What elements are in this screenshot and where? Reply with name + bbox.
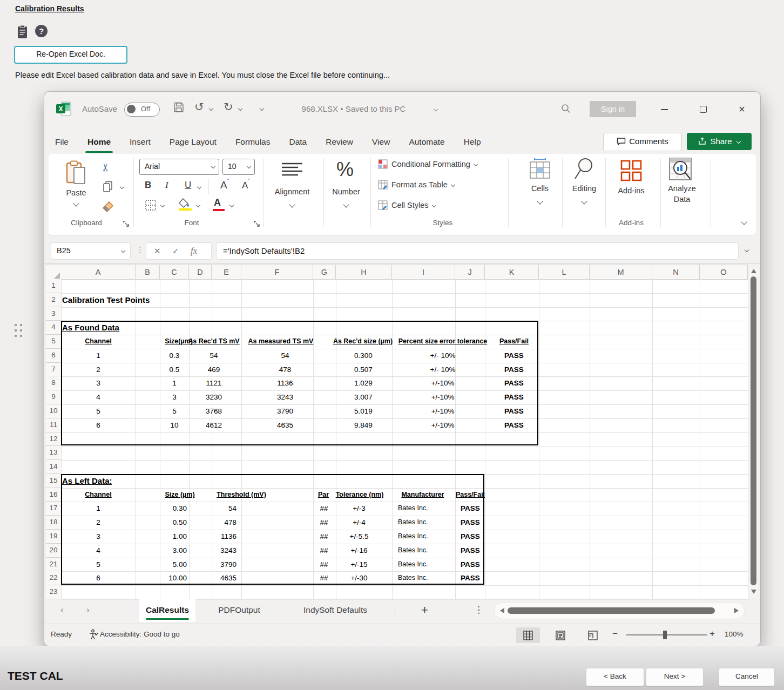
sheet-tab-indysoft-defaults[interactable]: IndySoft Defaults bbox=[284, 599, 387, 622]
cancel-entry-icon[interactable]: ✕ bbox=[154, 246, 161, 256]
zoom-level[interactable]: 100% bbox=[725, 630, 744, 638]
alignment-dropdown-icon[interactable] bbox=[289, 201, 295, 207]
vertical-scrollbar[interactable] bbox=[749, 266, 758, 598]
cells-label[interactable]: Cells bbox=[524, 184, 556, 193]
formula-bar-splitter-icon[interactable]: ⋮ bbox=[136, 245, 144, 255]
row-header-2[interactable]: 2 bbox=[46, 293, 62, 307]
scroll-up-icon[interactable] bbox=[751, 269, 756, 273]
fill-color-dropdown-icon[interactable] bbox=[196, 203, 200, 207]
col-header-K[interactable]: K bbox=[485, 265, 539, 280]
editing-label[interactable]: Editing bbox=[565, 184, 604, 193]
row-header-23[interactable]: 23 bbox=[46, 585, 62, 599]
document-title[interactable]: 968.XLSX • Saved to this PC bbox=[276, 104, 431, 113]
select-all-corner[interactable] bbox=[46, 265, 62, 280]
save-icon[interactable] bbox=[173, 102, 185, 116]
minimize-button[interactable] bbox=[658, 104, 670, 116]
help-icon[interactable]: ? bbox=[35, 25, 48, 37]
col-header-O[interactable]: O bbox=[700, 265, 748, 280]
paste-label[interactable]: Paste bbox=[57, 188, 95, 197]
menu-tab-review[interactable]: Review bbox=[325, 135, 354, 149]
analyze-data-label-1[interactable]: Analyze bbox=[663, 184, 701, 193]
name-box[interactable]: B25 bbox=[51, 242, 131, 260]
col-header-J[interactable]: J bbox=[455, 265, 485, 280]
clipboard-dialog-launcher-icon[interactable] bbox=[123, 220, 130, 229]
analyze-data-label-2[interactable]: Data bbox=[663, 195, 701, 204]
cut-icon[interactable]: ✂ bbox=[99, 164, 112, 172]
format-as-table-button[interactable]: Format as Table bbox=[378, 180, 455, 190]
undo-icon[interactable]: ↺ bbox=[194, 100, 204, 113]
menu-tab-file[interactable]: File bbox=[54, 135, 70, 149]
col-header-M[interactable]: M bbox=[590, 265, 652, 280]
col-header-L[interactable]: L bbox=[539, 265, 590, 280]
next-button[interactable]: Next > bbox=[646, 668, 704, 686]
menu-tab-data[interactable]: Data bbox=[288, 135, 308, 149]
back-button[interactable]: < Back bbox=[586, 668, 644, 686]
increase-font-button[interactable]: Aˆ bbox=[220, 179, 229, 191]
ribbon-collapse-icon[interactable] bbox=[741, 219, 747, 225]
comments-button[interactable]: Comments bbox=[603, 133, 682, 151]
menu-tab-automate[interactable]: Automate bbox=[408, 135, 445, 149]
col-header-E[interactable]: E bbox=[212, 265, 241, 280]
redo-icon[interactable]: ↻ bbox=[224, 100, 233, 113]
font-dialog-launcher-icon[interactable] bbox=[254, 220, 260, 229]
sheet-tab-calresults[interactable]: CalResults bbox=[139, 599, 195, 622]
clipboard-icon[interactable] bbox=[17, 25, 28, 41]
autosave-toggle[interactable]: Off bbox=[124, 103, 160, 117]
font-color-icon[interactable]: A bbox=[214, 197, 221, 208]
vertical-scroll-thumb[interactable] bbox=[751, 276, 756, 585]
row-header-1[interactable]: 1 bbox=[46, 279, 62, 293]
formula-bar-expand-icon[interactable] bbox=[745, 248, 749, 252]
col-header-D[interactable]: D bbox=[189, 265, 212, 280]
undo-dropdown-icon[interactable] bbox=[209, 106, 213, 111]
menu-tab-home[interactable]: Home bbox=[86, 135, 112, 149]
add-ins-label[interactable]: Add-ins bbox=[612, 186, 651, 195]
number-format-icon[interactable]: % bbox=[336, 158, 354, 181]
row-header-15[interactable]: 15 bbox=[46, 474, 62, 488]
zoom-in-icon[interactable]: + bbox=[709, 628, 715, 639]
sign-in-button[interactable]: Sign in bbox=[590, 101, 636, 117]
paste-button[interactable] bbox=[65, 160, 87, 187]
sheet-options-icon[interactable]: ⋮ bbox=[474, 604, 483, 615]
horizontal-scrollbar[interactable] bbox=[494, 602, 745, 619]
menu-tab-formulas[interactable]: Formulas bbox=[234, 135, 272, 149]
analyze-data-icon[interactable] bbox=[667, 157, 695, 184]
zoom-slider-thumb[interactable] bbox=[663, 631, 667, 639]
editing-dropdown-icon[interactable] bbox=[581, 198, 587, 204]
underline-dropdown-icon[interactable] bbox=[197, 185, 201, 189]
font-size-select[interactable]: 10 bbox=[222, 159, 255, 175]
col-header-H[interactable]: H bbox=[336, 265, 392, 280]
borders-icon[interactable] bbox=[145, 199, 157, 213]
close-button[interactable]: ✕ bbox=[736, 104, 748, 116]
insert-function-icon[interactable]: fx bbox=[191, 246, 197, 256]
col-header-I[interactable]: I bbox=[392, 265, 455, 280]
sheet-nav-right-icon[interactable]: › bbox=[86, 605, 90, 615]
row-header-3[interactable]: 3 bbox=[46, 307, 62, 321]
maximize-button[interactable] bbox=[697, 104, 709, 116]
alignment-label[interactable]: Alignment bbox=[268, 187, 316, 196]
font-name-select[interactable]: Arial bbox=[139, 159, 219, 175]
number-label[interactable]: Number bbox=[325, 187, 368, 196]
redo-dropdown-icon[interactable] bbox=[238, 106, 242, 111]
alignment-icon[interactable] bbox=[280, 161, 305, 180]
col-header-B[interactable]: B bbox=[136, 265, 160, 280]
page-break-view-button[interactable] bbox=[581, 627, 605, 643]
editing-icon[interactable] bbox=[573, 157, 595, 183]
title-dropdown-icon[interactable] bbox=[434, 107, 438, 111]
format-painter-icon[interactable] bbox=[102, 200, 114, 215]
fill-color-icon[interactable] bbox=[178, 198, 191, 210]
quick-access-dropdown-icon[interactable] bbox=[260, 106, 264, 111]
drag-grip[interactable] bbox=[15, 324, 26, 338]
decrease-font-button[interactable]: Aˇ bbox=[242, 179, 250, 191]
copy-icon[interactable] bbox=[103, 181, 113, 195]
cancel-button[interactable]: Cancel bbox=[719, 668, 775, 686]
italic-button[interactable]: I bbox=[165, 180, 168, 191]
scroll-right-icon[interactable] bbox=[734, 608, 739, 613]
accessibility-status[interactable]: Accessibility: Good to go bbox=[100, 630, 180, 638]
row-header-12[interactable]: 12 bbox=[46, 432, 62, 447]
page-layout-view-button[interactable] bbox=[549, 627, 572, 643]
row-header-13[interactable]: 13 bbox=[46, 446, 62, 460]
confirm-entry-icon[interactable]: ✓ bbox=[172, 246, 179, 256]
reopen-excel-button[interactable]: Re-Open Excel Doc. bbox=[14, 46, 127, 64]
col-header-C[interactable]: C bbox=[160, 265, 189, 280]
conditional-formatting-button[interactable]: Conditional Formatting bbox=[378, 159, 477, 169]
